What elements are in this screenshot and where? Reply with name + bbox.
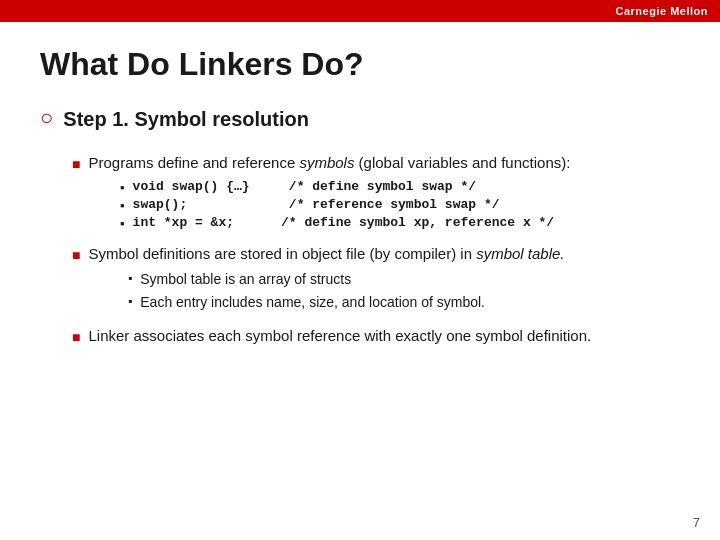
code-comment-1: /* define symbol swap */ [289, 179, 476, 194]
code-dash-2: ▪ [120, 198, 125, 213]
code-section: ▪ void swap() {…} /* define symbol swap … [72, 179, 680, 231]
code-text-3: int *xp = &x; [133, 215, 273, 230]
code-dash-1: ▪ [120, 180, 125, 195]
code-row-1: ▪ void swap() {…} /* define symbol swap … [120, 179, 680, 195]
section2-italic: symbol table. [476, 245, 564, 262]
main-bullet-step1: ○ Step 1. Symbol resolution [40, 105, 680, 134]
section2-sub-text-1: Symbol table is an array of structs [140, 269, 351, 290]
section3-bullet-icon: ■ [72, 327, 80, 348]
section2-sub-dash-1: ▪ [128, 271, 132, 285]
section3-text: Linker associates each symbol reference … [88, 325, 591, 348]
section1-bullet-row: ■ Programs define and reference symbols … [72, 152, 680, 175]
section2-sub-text-2: Each entry includes name, size, and loca… [140, 292, 485, 313]
section1: ■ Programs define and reference symbols … [40, 152, 680, 231]
university-name: Carnegie Mellon [616, 5, 708, 17]
section2-bullet-icon: ■ [72, 245, 80, 266]
code-dash-3: ▪ [120, 216, 125, 231]
code-row-2: ▪ swap(); /* reference symbol swap */ [120, 197, 680, 213]
top-bar: Carnegie Mellon [0, 0, 720, 22]
section1-italic: symbols [299, 154, 354, 171]
main-bullet-label: Step 1. Symbol resolution [63, 105, 309, 133]
main-bullet-icon: ○ [40, 103, 53, 134]
section2-sub-item-2: ▪ Each entry includes name, size, and lo… [128, 292, 680, 313]
code-comment-3: /* define symbol xp, reference x */ [281, 215, 554, 230]
section2-bullet-row: ■ Symbol definitions are stored in objec… [72, 243, 680, 266]
section2-sub-item-1: ▪ Symbol table is an array of structs [128, 269, 680, 290]
section2-sub-dash-2: ▪ [128, 294, 132, 308]
section1-bullet-icon: ■ [72, 154, 80, 175]
code-comment-2: /* reference symbol swap */ [289, 197, 500, 212]
section1-text: Programs define and reference symbols (g… [88, 152, 570, 175]
slide-title: What Do Linkers Do? [40, 46, 680, 83]
slide-content: What Do Linkers Do? ○ Step 1. Symbol res… [0, 22, 720, 370]
code-text-2: swap(); [133, 197, 281, 212]
section3: ■ Linker associates each symbol referenc… [40, 325, 680, 348]
code-row-3: ▪ int *xp = &x; /* define symbol xp, ref… [120, 215, 680, 231]
section2: ■ Symbol definitions are stored in objec… [40, 243, 680, 313]
page-number: 7 [693, 515, 700, 530]
code-text-1: void swap() {…} [133, 179, 281, 194]
section2-text: Symbol definitions are stored in object … [88, 243, 564, 266]
section2-sub-items: ▪ Symbol table is an array of structs ▪ … [72, 269, 680, 313]
section3-bullet-row: ■ Linker associates each symbol referenc… [72, 325, 680, 348]
